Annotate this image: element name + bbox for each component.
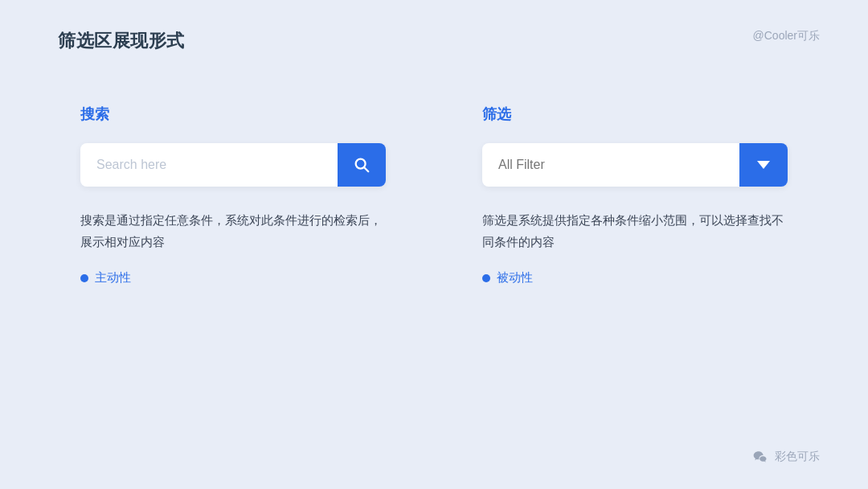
- chevron-down-icon: [757, 161, 770, 169]
- filter-section: 筛选 筛选是系统提供指定各种条件缩小范围，可以选择查找不同条件的内容 被动性: [482, 105, 788, 286]
- page-title: 筛选区展现形式: [58, 29, 185, 53]
- svg-line-1: [364, 167, 368, 171]
- search-tag-dot: [80, 274, 88, 282]
- search-icon: [353, 156, 371, 174]
- bottom-brand: 彩色可乐: [752, 449, 820, 465]
- search-description: 搜索是通过指定任意条件，系统对此条件进行的检索后，展示相对应内容: [80, 209, 386, 253]
- wechat-icon: [752, 449, 768, 465]
- search-tag-label: 主动性: [95, 270, 131, 286]
- filter-widget: [482, 143, 788, 187]
- filter-tag-dot: [482, 274, 490, 282]
- search-section-title: 搜索: [80, 105, 386, 124]
- search-button[interactable]: [338, 143, 386, 187]
- filter-tag-row: 被动性: [482, 270, 788, 286]
- filter-description: 筛选是系统提供指定各种条件缩小范围，可以选择查找不同条件的内容: [482, 209, 788, 253]
- search-section: 搜索 搜索是通过指定任意条件，系统对此条件进行的检索后，展示相对应内容 主动性: [80, 105, 386, 286]
- watermark: @Cooler可乐: [753, 29, 820, 43]
- brand-label: 彩色可乐: [775, 450, 820, 464]
- search-tag-row: 主动性: [80, 270, 386, 286]
- filter-section-title: 筛选: [482, 105, 788, 124]
- filter-input[interactable]: [482, 143, 739, 187]
- search-widget: [80, 143, 386, 187]
- filter-tag-label: 被动性: [497, 270, 533, 286]
- filter-dropdown-button[interactable]: [739, 143, 788, 187]
- search-input[interactable]: [80, 143, 338, 187]
